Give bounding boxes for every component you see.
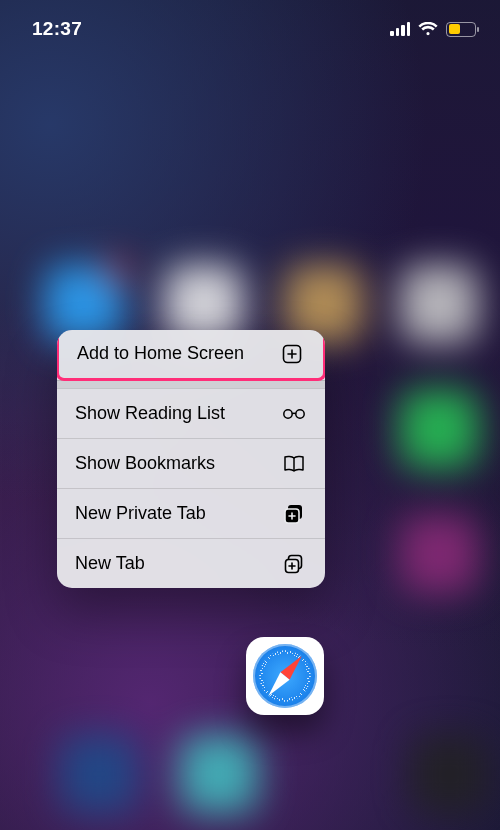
- status-bar: 12:37: [0, 0, 500, 58]
- menu-separator: [57, 380, 325, 388]
- safari-app-icon[interactable]: [246, 637, 324, 715]
- compass-icon: [253, 644, 317, 708]
- menu-item-label: Show Bookmarks: [75, 453, 215, 474]
- menu-item-new-tab[interactable]: New Tab: [57, 538, 325, 588]
- menu-item-add-to-home-screen[interactable]: Add to Home Screen: [57, 330, 325, 381]
- menu-item-show-bookmarks[interactable]: Show Bookmarks: [57, 438, 325, 488]
- menu-item-label: New Private Tab: [75, 503, 206, 524]
- menu-item-label: Add to Home Screen: [77, 343, 244, 364]
- wifi-icon: [418, 22, 438, 37]
- safari-context-menu: Add to Home Screen Show Reading List Sho…: [57, 330, 325, 588]
- glasses-icon: [281, 407, 307, 421]
- svg-point-2: [296, 409, 304, 417]
- status-right: [390, 22, 476, 37]
- menu-item-label: New Tab: [75, 553, 145, 574]
- battery-icon: [446, 22, 476, 37]
- menu-item-new-private-tab[interactable]: New Private Tab: [57, 488, 325, 538]
- status-time: 12:37: [32, 18, 82, 40]
- svg-point-1: [284, 409, 292, 417]
- plus-square-icon: [279, 344, 305, 364]
- menu-item-show-reading-list[interactable]: Show Reading List: [57, 388, 325, 438]
- menu-item-label: Show Reading List: [75, 403, 225, 424]
- tabs-private-icon: [281, 504, 307, 524]
- book-icon: [281, 455, 307, 473]
- cellular-icon: [390, 22, 410, 36]
- home-screen: 12:37 Add to Home Screen Show Reading Li…: [0, 0, 500, 830]
- tabs-icon: [281, 554, 307, 574]
